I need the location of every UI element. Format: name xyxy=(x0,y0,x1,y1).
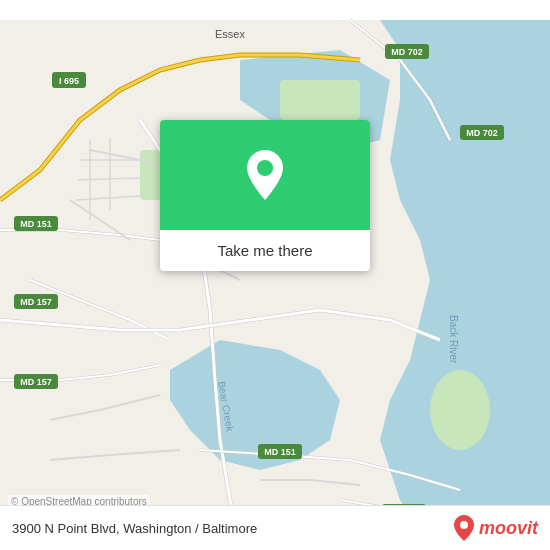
svg-text:Back River: Back River xyxy=(448,315,459,364)
bottom-bar: 3900 N Point Blvd, Washington / Baltimor… xyxy=(0,505,550,550)
svg-text:Essex: Essex xyxy=(215,28,245,40)
svg-rect-2 xyxy=(280,80,360,120)
map-container: Essex Back River Bear Creek I 695 MD 702… xyxy=(0,0,550,550)
moovit-brand-text: moovit xyxy=(479,518,538,539)
svg-text:I 695: I 695 xyxy=(59,76,79,86)
svg-point-28 xyxy=(257,160,273,176)
svg-text:MD 151: MD 151 xyxy=(20,219,52,229)
svg-text:MD 157: MD 157 xyxy=(20,297,52,307)
moovit-pin-icon xyxy=(453,514,475,542)
svg-point-29 xyxy=(460,521,468,529)
moovit-logo: moovit xyxy=(453,514,538,542)
svg-text:MD 702: MD 702 xyxy=(466,128,498,138)
svg-text:MD 157: MD 157 xyxy=(20,377,52,387)
svg-text:MD 151: MD 151 xyxy=(264,447,296,457)
svg-point-3 xyxy=(430,370,490,450)
map-background: Essex Back River Bear Creek I 695 MD 702… xyxy=(0,0,550,550)
svg-text:MD 702: MD 702 xyxy=(391,47,423,57)
location-label: 3900 N Point Blvd, Washington / Baltimor… xyxy=(12,521,257,536)
popup-header xyxy=(160,120,370,230)
take-me-there-button[interactable]: Take me there xyxy=(160,230,370,271)
location-pin-icon xyxy=(243,148,287,202)
popup-card: Take me there xyxy=(160,120,370,271)
